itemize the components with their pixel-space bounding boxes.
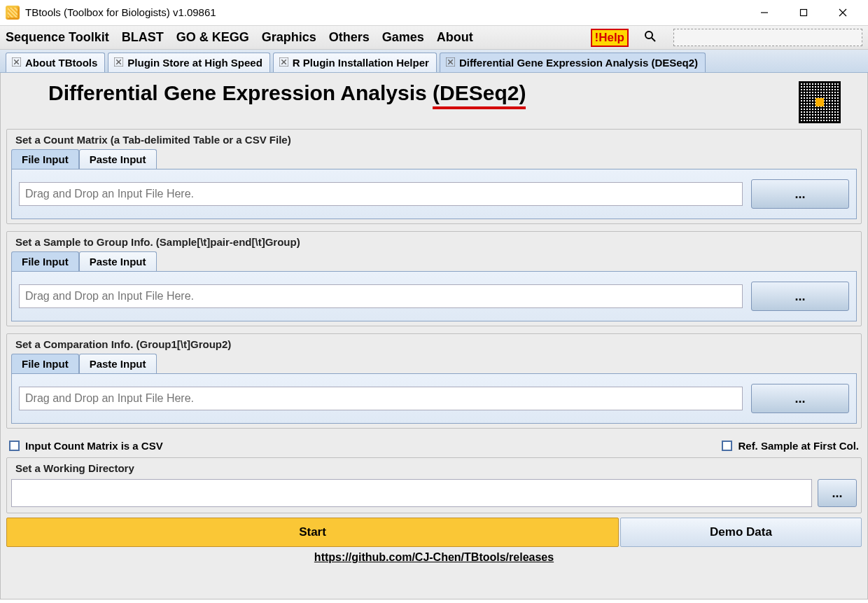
comparation-tab-file[interactable]: File Input bbox=[11, 354, 79, 373]
qr-code-icon bbox=[799, 81, 841, 123]
svg-rect-1 bbox=[801, 9, 807, 15]
menu-blast[interactable]: BLAST bbox=[122, 30, 164, 45]
sample-group-panel: ... bbox=[11, 271, 857, 321]
tab-plugin-store[interactable]: Plugin Store at High Speed bbox=[108, 53, 270, 72]
count-matrix-tab-file[interactable]: File Input bbox=[11, 149, 79, 169]
count-matrix-browse-button[interactable]: ... bbox=[751, 179, 849, 209]
menu-go-kegg[interactable]: GO & KEGG bbox=[176, 30, 249, 45]
tab-label: Plugin Store at High Speed bbox=[127, 57, 262, 69]
close-tab-icon[interactable] bbox=[446, 57, 455, 69]
working-directory-input[interactable] bbox=[11, 479, 812, 507]
close-button[interactable] bbox=[823, 0, 862, 25]
ref-sample-checkbox[interactable] bbox=[722, 441, 732, 451]
page-title-prefix: Differential Gene Expression Analysis bbox=[48, 81, 433, 104]
close-tab-icon[interactable] bbox=[114, 57, 123, 69]
comparation-tabs: File Input Paste Input bbox=[11, 354, 857, 373]
page-title: Differential Gene Expression Analysis (D… bbox=[48, 81, 526, 105]
demo-data-button[interactable]: Demo Data bbox=[620, 518, 862, 547]
search-input[interactable] bbox=[673, 29, 862, 46]
count-matrix-input[interactable] bbox=[19, 182, 743, 206]
menubar: Sequence Toolkit BLAST GO & KEGG Graphic… bbox=[0, 25, 868, 50]
menu-games[interactable]: Games bbox=[382, 30, 424, 45]
working-directory-legend: Set a Working Directory bbox=[13, 462, 137, 474]
tab-deseq2[interactable]: Differential Gene Expression Analysis (D… bbox=[440, 53, 706, 72]
csv-checkbox-label: Input Count Matrix is a CSV bbox=[25, 440, 163, 452]
start-button[interactable]: Start bbox=[6, 518, 619, 547]
sample-group-input[interactable] bbox=[19, 284, 743, 308]
csv-checkbox[interactable] bbox=[9, 441, 20, 451]
comparation-browse-button[interactable]: ... bbox=[751, 384, 849, 413]
window-controls bbox=[745, 0, 862, 25]
count-matrix-section: Set a Count Matrix (a Tab-delimited Tabl… bbox=[6, 129, 862, 224]
tab-about-tbtools[interactable]: About TBtools bbox=[6, 53, 105, 72]
svg-line-5 bbox=[652, 38, 655, 41]
working-directory-section: Set a Working Directory ... bbox=[6, 457, 862, 513]
minimize-button[interactable] bbox=[745, 0, 784, 25]
sample-group-tab-file[interactable]: File Input bbox=[11, 251, 79, 271]
sample-group-browse-button[interactable]: ... bbox=[751, 282, 849, 311]
menu-about[interactable]: About bbox=[437, 30, 473, 45]
close-tab-icon[interactable] bbox=[279, 57, 288, 69]
sample-group-legend: Set a Sample to Group Info. (Sample[\t]p… bbox=[13, 236, 303, 248]
menu-others[interactable]: Others bbox=[329, 30, 370, 45]
action-row: Start Demo Data bbox=[6, 518, 862, 547]
comparation-panel: ... bbox=[11, 373, 857, 424]
comparation-section: Set a Comparation Info. (Group1[\t]Group… bbox=[6, 333, 862, 429]
close-tab-icon[interactable] bbox=[12, 57, 21, 69]
content-area: Differential Gene Expression Analysis (D… bbox=[0, 73, 868, 599]
tab-label: Differential Gene Expression Analysis (D… bbox=[459, 57, 698, 69]
ref-sample-checkbox-label: Ref. Sample at First Col. bbox=[738, 440, 859, 452]
svg-point-4 bbox=[645, 32, 652, 39]
tab-label: R Plugin Installation Helper bbox=[293, 57, 429, 69]
count-matrix-legend: Set a Count Matrix (a Tab-delimited Tabl… bbox=[13, 134, 294, 146]
count-matrix-panel: ... bbox=[11, 169, 857, 219]
tab-r-plugin-helper[interactable]: R Plugin Installation Helper bbox=[273, 53, 437, 72]
comparation-input[interactable] bbox=[19, 387, 743, 410]
sample-group-section: Set a Sample to Group Info. (Sample[\t]p… bbox=[6, 231, 862, 326]
count-matrix-tabs: File Input Paste Input bbox=[11, 149, 857, 169]
footer-link[interactable]: https://github.com/CJ-Chen/TBtools/relea… bbox=[6, 551, 862, 564]
tab-label: About TBtools bbox=[25, 57, 97, 69]
menu-sequence-toolkit[interactable]: Sequence Toolkit bbox=[6, 30, 109, 45]
page-title-suffix: (DESeq2) bbox=[433, 81, 526, 105]
comparation-tab-paste[interactable]: Paste Input bbox=[79, 354, 157, 373]
working-directory-browse-button[interactable]: ... bbox=[818, 479, 857, 507]
search-icon[interactable] bbox=[644, 30, 657, 46]
sample-group-tab-paste[interactable]: Paste Input bbox=[79, 251, 157, 271]
count-matrix-tab-paste[interactable]: Paste Input bbox=[79, 149, 157, 169]
app-icon bbox=[6, 6, 20, 20]
menu-graphics[interactable]: Graphics bbox=[262, 30, 316, 45]
sample-group-tabs: File Input Paste Input bbox=[11, 251, 857, 271]
titlebar: TBtools (Toolbox for Biologists) v1.0986… bbox=[0, 0, 868, 25]
window-title: TBtools (Toolbox for Biologists) v1.0986… bbox=[25, 6, 216, 18]
page-header: Differential Gene Expression Analysis (D… bbox=[6, 77, 862, 126]
maximize-button[interactable] bbox=[784, 0, 823, 25]
document-tabbar: About TBtools Plugin Store at High Speed… bbox=[0, 50, 868, 73]
comparation-legend: Set a Comparation Info. (Group1[\t]Group… bbox=[13, 338, 234, 350]
checkbox-row: Input Count Matrix is a CSV Ref. Sample … bbox=[6, 436, 862, 456]
help-button[interactable]: !Help bbox=[591, 29, 629, 47]
